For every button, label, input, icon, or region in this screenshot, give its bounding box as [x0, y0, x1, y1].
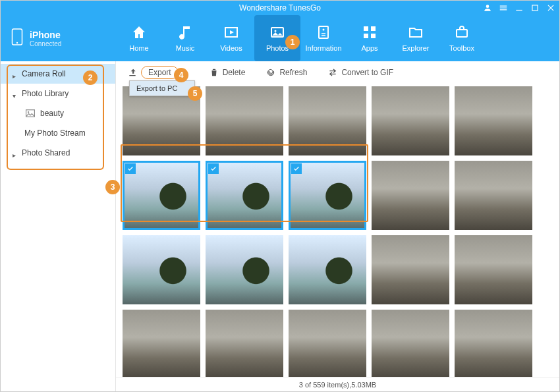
convert-label: Convert to GIF: [341, 68, 393, 77]
status-text: 3 of 559 item(s),5.03MB: [299, 381, 376, 389]
nav-music[interactable]: Music: [162, 15, 208, 61]
check-icon: [291, 163, 302, 174]
check-icon: [125, 163, 136, 174]
delete-button[interactable]: Delete: [206, 65, 250, 80]
phone-icon: [11, 28, 23, 49]
nav-label: Home: [129, 44, 148, 52]
header: iPhone Connected HomeMusicVideosPhotosIn…: [1, 15, 559, 61]
nav-label: Videos: [220, 44, 242, 52]
sidebar-photo-library[interactable]: Photo Library: [1, 84, 115, 103]
arrow-icon: [13, 91, 16, 95]
photo-thumb[interactable]: [455, 310, 532, 377]
export-dropdown: Export to PC: [129, 80, 195, 96]
convert-button[interactable]: Convert to GIF: [324, 65, 397, 80]
home-icon: [130, 24, 148, 40]
titlebar: Wondershare TunesGo: [1, 1, 559, 15]
photo-thumb[interactable]: [206, 86, 283, 155]
sidebar-camera-roll[interactable]: Camera Roll: [1, 64, 115, 84]
refresh-button[interactable]: Refresh: [262, 65, 311, 80]
toolbox-icon: [453, 24, 471, 40]
content: Camera RollPhoto LibrarybeautyMy Photo S…: [1, 61, 559, 391]
convert-icon: [328, 68, 337, 77]
information-icon: [314, 24, 333, 40]
sidebar-my-photo-stream[interactable]: My Photo Stream: [1, 123, 115, 143]
app-title: Wondershare TunesGo: [239, 3, 321, 13]
photo-thumb[interactable]: [455, 235, 532, 304]
minimize-icon[interactable]: [515, 3, 524, 13]
svg-rect-8: [364, 26, 368, 31]
nav-label: Music: [176, 44, 195, 52]
main: Export Export to PC Delete Refresh Con: [116, 61, 559, 391]
photo-thumb[interactable]: [372, 310, 449, 377]
device-status: Connected: [30, 40, 61, 47]
menu-icon[interactable]: [499, 3, 508, 13]
sidebar-label: Photo Shared: [22, 148, 70, 157]
nav-label: Apps: [361, 44, 378, 52]
photo-thumb[interactable]: [289, 86, 366, 155]
nav-toolbox[interactable]: Toolbox: [439, 15, 485, 61]
sidebar: Camera RollPhoto LibrarybeautyMy Photo S…: [1, 61, 116, 391]
maximize-icon[interactable]: [530, 3, 540, 13]
photo-thumb[interactable]: [289, 235, 366, 304]
photo-thumb[interactable]: [289, 161, 366, 230]
refresh-icon: [266, 68, 275, 77]
export-to-pc-item[interactable]: Export to PC: [130, 81, 194, 96]
explorer-icon: [406, 24, 425, 40]
nav-videos[interactable]: Videos: [208, 15, 254, 61]
sidebar-label: Photo Library: [22, 89, 69, 98]
photo-thumb[interactable]: [206, 161, 283, 230]
sidebar-label: Camera Roll: [22, 69, 66, 78]
delete-label: Delete: [223, 68, 246, 77]
close-icon[interactable]: [546, 3, 555, 13]
photos-icon: [268, 24, 287, 40]
svg-point-3: [16, 42, 18, 43]
photo-thumb[interactable]: [372, 86, 449, 155]
refresh-label: Refresh: [279, 68, 307, 77]
photo-thumb[interactable]: [123, 161, 200, 230]
arrow-icon: [13, 71, 16, 75]
nav: HomeMusicVideosPhotosInformationAppsExpl…: [116, 15, 559, 61]
delete-icon: [210, 68, 219, 77]
callout-4: 4: [174, 68, 188, 82]
photo-grid: [116, 84, 559, 377]
nav-label: Photos: [266, 44, 289, 52]
svg-point-7: [323, 29, 325, 31]
device-box[interactable]: iPhone Connected: [1, 15, 116, 61]
photo-thumb[interactable]: [289, 310, 366, 377]
export-icon: [128, 68, 137, 77]
nav-label: Explorer: [403, 44, 430, 52]
videos-icon: [222, 24, 240, 40]
photo-thumb[interactable]: [372, 161, 449, 230]
photo-thumb[interactable]: [206, 310, 283, 377]
photo-thumb[interactable]: [123, 310, 200, 377]
callout-1: 1: [285, 35, 300, 49]
nav-explorer[interactable]: Explorer: [393, 15, 439, 61]
svg-rect-11: [371, 34, 376, 38]
sidebar-photo-shared[interactable]: Photo Shared: [1, 143, 115, 163]
statusbar: 3 of 559 item(s),5.03MB: [116, 377, 559, 391]
nav-home[interactable]: Home: [116, 15, 162, 61]
check-icon: [208, 163, 219, 174]
sidebar-beauty[interactable]: beauty: [1, 103, 115, 123]
svg-rect-6: [319, 26, 328, 38]
sidebar-label: beauty: [40, 109, 64, 118]
svg-rect-12: [457, 30, 467, 37]
svg-point-14: [28, 111, 29, 113]
photo-thumb[interactable]: [372, 235, 449, 304]
callout-3: 3: [105, 180, 120, 194]
photo-thumb[interactable]: [455, 161, 532, 230]
photo-thumb[interactable]: [455, 86, 532, 155]
nav-information[interactable]: Information: [300, 15, 347, 61]
photo-thumb[interactable]: [123, 235, 200, 304]
callout-2: 2: [83, 70, 98, 85]
title-icons: [483, 1, 555, 15]
nav-apps[interactable]: Apps: [347, 15, 393, 61]
arrow-icon: [13, 150, 16, 154]
sidebar-label: My Photo Stream: [24, 128, 86, 138]
device-name: iPhone: [30, 30, 61, 40]
photo-thumb[interactable]: [206, 235, 283, 304]
user-icon[interactable]: [483, 3, 492, 13]
callout-5: 5: [188, 86, 202, 101]
music-icon: [176, 24, 194, 40]
svg-rect-0: [516, 10, 522, 11]
